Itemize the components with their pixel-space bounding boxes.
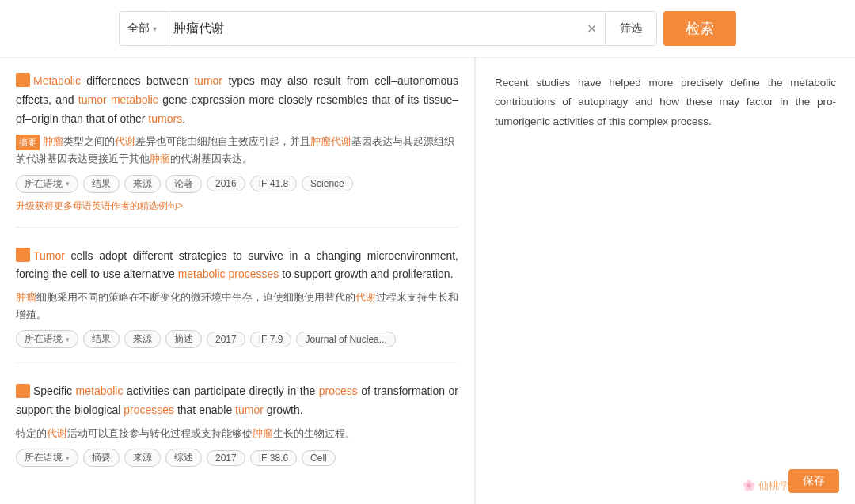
tag-row: 所在语境▾ 结果 来源 摘述 2017 IF 7.9 Journal of Nu…: [16, 330, 458, 348]
tag-source[interactable]: 来源: [124, 175, 161, 193]
search-submit-button[interactable]: 检索: [663, 11, 736, 46]
chevron-down-icon: ▾: [153, 25, 157, 33]
tag-if[interactable]: IF 38.6: [250, 450, 297, 466]
clear-icon[interactable]: ✕: [579, 21, 605, 36]
right-panel-text: Recent studies have helped more precisel…: [495, 74, 836, 131]
highlight-word: tumor: [78, 93, 107, 106]
cn-tag-label: 摘要: [16, 135, 40, 151]
highlight-word: process: [319, 385, 358, 397]
tag-if[interactable]: IF 41.8: [250, 176, 297, 191]
tag-year[interactable]: 2016: [207, 176, 245, 191]
search-bar: 全部 ▾ ✕ 筛选: [119, 11, 657, 46]
chevron-down-icon: ▾: [66, 454, 70, 462]
tag-year[interactable]: 2017: [207, 450, 245, 466]
result-en-text: Metabolic differences between tumor type…: [16, 72, 458, 128]
highlight-word: tumor: [235, 404, 264, 416]
result-en-text: Specific metabolic activities can partic…: [16, 382, 458, 420]
tag-journal[interactable]: Journal of Nuclea...: [296, 332, 395, 347]
tag-row: 所在语境▾ 结果 来源 论著 2016 IF 41.8 Science: [16, 175, 458, 193]
tag-journal[interactable]: Science: [302, 176, 353, 191]
highlight-word: processes: [124, 404, 174, 416]
highlight-word: metabolic: [76, 385, 124, 397]
tag-abstract[interactable]: 摘要: [83, 449, 120, 467]
tag-if[interactable]: IF 7.9: [250, 332, 292, 347]
search-category-label: 全部: [127, 21, 150, 36]
save-button[interactable]: 保存: [788, 469, 839, 493]
highlight-word: Tumor: [33, 249, 65, 262]
highlight-word: tumor: [194, 74, 222, 87]
result-item: Metabolic differences between tumor type…: [16, 72, 458, 228]
highlight-word: metabolic processes: [178, 267, 279, 280]
tag-type[interactable]: 摘述: [165, 330, 202, 348]
tag-row: 所在语境▾ 摘要 来源 综述 2017 IF 38.6 Cell: [16, 449, 458, 467]
search-input[interactable]: [165, 21, 579, 36]
tag-context[interactable]: 所在语境▾: [16, 449, 78, 467]
tag-type[interactable]: 论著: [165, 175, 202, 193]
result-cn-text: 肿瘤细胞采用不同的策略在不断变化的微环境中生存，迫使细胞使用替代的代谢过程来支持…: [16, 289, 458, 324]
result-type-icon: [16, 248, 30, 262]
search-bar-container: 全部 ▾ ✕ 筛选 检索: [0, 0, 855, 58]
search-category-dropdown[interactable]: 全部 ▾: [120, 12, 165, 45]
upgrade-link[interactable]: 升级获得更多母语英语作者的精选例句>: [16, 199, 183, 213]
highlight-word: metabolic: [111, 93, 158, 106]
result-type-icon: [16, 73, 30, 87]
tag-year[interactable]: 2017: [207, 332, 245, 347]
result-item: Tumor cells adopt different strategies t…: [16, 247, 458, 364]
result-item: Specific metabolic activities can partic…: [16, 382, 458, 481]
tag-type[interactable]: 综述: [165, 449, 202, 467]
right-panel: Recent studies have helped more precisel…: [475, 58, 855, 504]
result-en-text: Tumor cells adopt different strategies t…: [16, 247, 458, 285]
result-cn-text: 特定的代谢活动可以直接参与转化过程或支持能够使肿瘤生长的生物过程。: [16, 425, 458, 442]
tag-context[interactable]: 所在语境▾: [16, 175, 78, 193]
chevron-down-icon: ▾: [66, 335, 70, 343]
main-content: Metabolic differences between tumor type…: [0, 58, 855, 504]
tag-context[interactable]: 所在语境▾: [16, 330, 78, 348]
filter-button[interactable]: 筛选: [605, 12, 656, 45]
result-type-icon: [16, 384, 30, 398]
result-cn-text: 摘要肿瘤类型之间的代谢差异也可能由细胞自主效应引起，并且肿瘤代谢基因表达与其起源…: [16, 133, 458, 168]
tag-source[interactable]: 来源: [124, 330, 161, 348]
tag-result[interactable]: 结果: [83, 330, 120, 348]
tag-journal[interactable]: Cell: [302, 450, 336, 466]
tag-result[interactable]: 结果: [83, 175, 120, 193]
tag-source[interactable]: 来源: [124, 449, 161, 467]
highlight-word: tumors: [148, 112, 182, 125]
highlight-word: Metabolic: [33, 74, 81, 87]
chevron-down-icon: ▾: [66, 180, 70, 188]
results-panel: Metabolic differences between tumor type…: [0, 58, 475, 504]
